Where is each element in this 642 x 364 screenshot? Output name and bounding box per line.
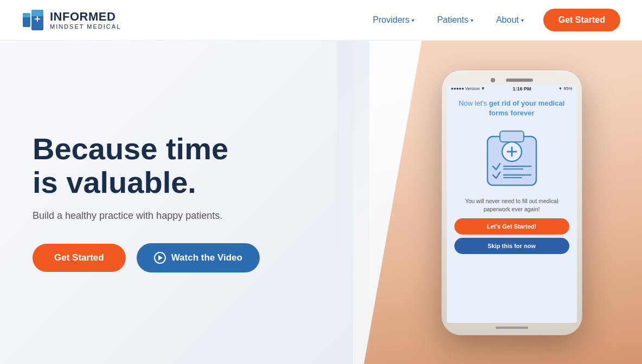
svg-rect-3 xyxy=(31,10,43,16)
nav-about[interactable]: About ▾ xyxy=(487,11,532,29)
nav: Providers ▾ Patients ▾ About ▾ Get Start… xyxy=(364,9,620,31)
logo-title: INFORMED xyxy=(50,10,121,23)
chevron-down-icon: ▾ xyxy=(412,17,414,23)
screen-headline: Now let's get rid of your medical forms … xyxy=(454,99,569,118)
time-display: 1:16 PM xyxy=(513,86,531,92)
battery-indicator: ✦ 95% xyxy=(558,86,572,91)
carrier-text: ●●●●● Verizon ▼ xyxy=(451,86,485,91)
logo-subtitle: MINDSET MEDICAL xyxy=(50,23,121,30)
hero-section: Because time is valuable. Build a health… xyxy=(0,41,353,364)
chevron-down-icon: ▾ xyxy=(471,17,473,23)
play-icon xyxy=(154,252,166,264)
screen-content: Now let's get rid of your medical forms … xyxy=(447,93,577,323)
main-content: Because time is valuable. Build a health… xyxy=(0,41,642,364)
screen-description: You will never need to fill out medical … xyxy=(454,197,569,213)
phone-top xyxy=(445,75,579,84)
screen-skip-button[interactable]: Skip this for now xyxy=(454,238,569,254)
hero-buttons: Get Started Watch the Video xyxy=(33,243,320,272)
chevron-down-icon: ▾ xyxy=(521,17,524,23)
status-bar: ●●●●● Verizon ▼ 1:16 PM ✦ 95% xyxy=(447,84,577,93)
phone-speaker xyxy=(506,79,533,82)
logo-text: INFORMED MINDSET MEDICAL xyxy=(50,10,121,30)
header: INFORMED MINDSET MEDICAL Providers ▾ Pat… xyxy=(0,0,642,41)
logo-icon xyxy=(22,9,44,31)
hero-headline: Because time is valuable. xyxy=(33,132,320,199)
phone-screen: ●●●●● Verizon ▼ 1:16 PM ✦ 95% Now let's … xyxy=(447,84,577,323)
svg-rect-5 xyxy=(37,16,38,22)
hero-phone-section: ●●●●● Verizon ▼ 1:16 PM ✦ 95% Now let's … xyxy=(353,41,642,364)
home-indicator xyxy=(496,327,528,329)
hero-subtext: Build a healthy practice with happy pati… xyxy=(33,210,320,222)
screen-get-started-button[interactable]: Let's Get Started! xyxy=(454,218,569,235)
phone-mockup: ●●●●● Verizon ▼ 1:16 PM ✦ 95% Now let's … xyxy=(441,70,582,335)
svg-rect-7 xyxy=(500,131,524,142)
svg-rect-1 xyxy=(23,13,30,17)
watch-video-button[interactable]: Watch the Video xyxy=(137,243,260,272)
logo: INFORMED MINDSET MEDICAL xyxy=(22,9,121,31)
nav-providers[interactable]: Providers ▾ xyxy=(364,11,423,29)
clipboard-icon xyxy=(479,126,544,191)
phone-shell: ●●●●● Verizon ▼ 1:16 PM ✦ 95% Now let's … xyxy=(441,70,582,335)
nav-patients[interactable]: Patients ▾ xyxy=(428,11,482,29)
phone-bottom xyxy=(496,323,528,330)
hero-get-started-button[interactable]: Get Started xyxy=(33,244,126,272)
phone-camera xyxy=(491,78,495,82)
header-get-started-button[interactable]: Get Started xyxy=(543,9,620,31)
